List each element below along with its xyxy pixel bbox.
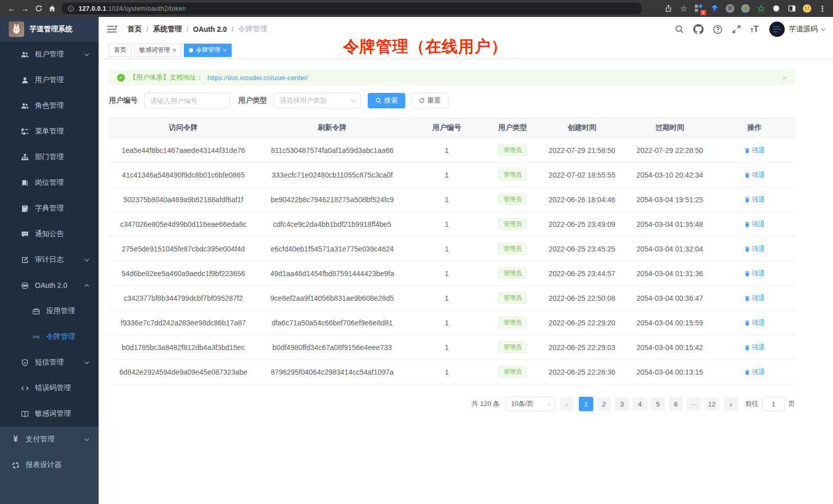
sidebar-item-sms[interactable]: 短信管理 — [0, 350, 99, 375]
sidebar-item-oauth2[interactable]: OAuth 2.0 — [0, 273, 99, 298]
action-cell: 强退 — [714, 360, 795, 384]
extension-record[interactable] — [741, 4, 750, 13]
sidebar-item-error-code[interactable]: 错误码管理 — [0, 375, 99, 401]
created-time-cell: 2022-06-25 23:44:57 — [538, 261, 626, 286]
app-logo-row[interactable]: 芋道管理系统 — [0, 17, 99, 42]
extensions-menu-button[interactable] — [772, 4, 781, 13]
reset-button[interactable]: 重置 — [411, 93, 448, 108]
force-logout-button[interactable]: 强退 — [744, 318, 765, 327]
force-logout-button[interactable]: 强退 — [744, 269, 765, 278]
tab-敏感词管理[interactable]: 敏感词管理× — [134, 44, 181, 57]
help-doc-button[interactable] — [712, 24, 723, 34]
sidebar-item-report-designer[interactable]: 报表设计器 — [0, 452, 99, 478]
goto-page-input[interactable] — [762, 397, 785, 411]
table-row: b0d1785bc3a8482f812db4a3f3bd15ec b0df498… — [109, 335, 795, 360]
url-bar[interactable]: 127.0.0.1:1024/system/oauth2/token — [62, 3, 642, 14]
user-type-select[interactable]: 请选择用户类型 — [274, 93, 361, 108]
user-id-input[interactable] — [144, 93, 230, 108]
search-button[interactable]: 搜索 — [368, 93, 405, 108]
bookmark-star-button[interactable]: ☆ — [679, 4, 688, 13]
breadcrumb-item[interactable]: 系统管理 — [153, 25, 182, 34]
browser-back-button[interactable]: ← — [5, 2, 18, 15]
share-button[interactable] — [664, 4, 673, 13]
sidebar-item-tenant[interactable]: 租户管理 — [0, 42, 99, 67]
alert-close-icon[interactable]: × — [782, 73, 787, 82]
extension-evernote[interactable] — [756, 4, 765, 13]
shield-icon — [21, 358, 29, 367]
sidebar-item-menu[interactable]: 菜单管理 — [0, 119, 99, 144]
page-button-2[interactable]: 2 — [597, 397, 611, 411]
next-page-button[interactable]: › — [724, 397, 738, 411]
page-button-12[interactable]: 12 — [705, 397, 719, 411]
page-button-3[interactable]: 3 — [615, 397, 629, 411]
table-row: 502375b8040a469a9b82188afdf6af1f be90422… — [109, 187, 795, 212]
tab-首页[interactable]: 首页 — [109, 44, 131, 57]
force-logout-button[interactable]: 强退 — [744, 195, 765, 204]
chrome-menu-button[interactable]: ⋮ — [818, 4, 827, 13]
sidebar-item-user[interactable]: 用户管理 — [0, 67, 99, 93]
sidebar-item-pay[interactable]: ¥支付管理 — [0, 427, 99, 452]
user-id-cell: 1 — [407, 286, 487, 311]
tab-令牌管理[interactable]: 令牌管理× — [184, 44, 232, 57]
side-panel-button[interactable] — [787, 4, 796, 13]
chevron-up-icon — [85, 284, 89, 288]
force-logout-button[interactable]: 强退 — [744, 294, 765, 303]
sidebar-item-audit-log[interactable]: 审计日志 — [0, 247, 99, 273]
access-token-cell: f9336e7c7dd242a283ee98dc86b17a87 — [109, 311, 258, 335]
browser-home-button[interactable] — [45, 2, 59, 15]
annotation-title: 令牌管理（在线用户） — [343, 36, 507, 57]
extension-grid-badge[interactable]: 9 — [695, 4, 704, 13]
site-info-icon[interactable] — [67, 5, 74, 12]
page-button-6[interactable]: 6 — [669, 397, 683, 411]
breadcrumb-item[interactable]: OAuth 2.0 — [193, 25, 227, 33]
sidebar-item-dict[interactable]: 字典管理 — [0, 196, 99, 221]
tree-icon — [21, 127, 29, 136]
search-icon — [675, 25, 684, 34]
trash-icon — [744, 197, 750, 203]
oauth-icon — [21, 281, 29, 290]
page-size-select[interactable]: 10条/页 — [506, 397, 555, 411]
large-t-icon: T — [753, 25, 759, 33]
user-id-label: 用户编号 — [109, 96, 138, 105]
profile-avatar-chrome[interactable] — [803, 4, 811, 13]
extension-badge: 9 — [701, 10, 706, 15]
fullscreen-button[interactable] — [731, 24, 742, 34]
user-id-cell: 1 — [407, 237, 487, 261]
force-logout-button[interactable]: 强退 — [744, 343, 765, 352]
force-logout-button[interactable]: 强退 — [744, 367, 765, 377]
github-link[interactable] — [693, 24, 704, 34]
sidebar-item-sensitive-word[interactable]: 敏感词管理 — [0, 401, 99, 427]
action-cell: 强退 — [714, 311, 795, 335]
force-logout-button[interactable]: 强退 — [744, 146, 765, 155]
force-logout-button[interactable]: 强退 — [744, 170, 765, 180]
sidebar-collapse-button[interactable] — [107, 24, 118, 35]
page-button-1[interactable]: 1 — [579, 397, 593, 411]
sidebar-item-oauth2-token[interactable]: 令牌管理 — [0, 324, 99, 350]
browser-reload-button[interactable] — [32, 2, 45, 15]
refresh-icon — [419, 98, 425, 104]
user-menu[interactable]: 芋道源码 — [767, 22, 825, 37]
sidebar-item-notice[interactable]: 通知公告 — [0, 221, 99, 247]
header-search-button[interactable] — [674, 24, 685, 34]
alert-doc-link[interactable]: https://doc.iocoder.cn/user-center/ — [207, 74, 308, 82]
breadcrumb-item[interactable]: 首页 — [127, 25, 142, 34]
refresh-token-cell: be90422b8c7946218275a508bf524fc9 — [258, 187, 407, 212]
sidebar-item-dept[interactable]: 部门管理 — [0, 144, 99, 170]
font-size-button[interactable]: TT — [750, 25, 759, 33]
page-more-button[interactable]: ··· — [687, 397, 701, 411]
sidebar-item-oauth2-app[interactable]: 应用管理 — [0, 298, 99, 324]
extension-command[interactable]: ⌘ — [726, 4, 734, 13]
browser-toolbar: ← → 127.0.0.1:1024/system/oauth2/token ☆… — [0, 0, 833, 17]
tab-close-icon[interactable]: × — [223, 47, 226, 53]
prev-page-button[interactable]: ‹ — [560, 397, 574, 411]
extension-gem[interactable] — [710, 4, 719, 13]
sidebar-item-post[interactable]: 岗位管理 — [0, 170, 99, 196]
force-logout-button[interactable]: 强退 — [744, 220, 765, 229]
page-button-5[interactable]: 5 — [651, 397, 665, 411]
page-button-4[interactable]: 4 — [633, 397, 647, 411]
sidebar-item-role[interactable]: 角色管理 — [0, 93, 99, 119]
book-icon — [21, 410, 29, 418]
tab-close-icon[interactable]: × — [173, 47, 176, 53]
browser-forward-button[interactable]: → — [18, 2, 32, 15]
force-logout-button[interactable]: 强退 — [744, 244, 765, 254]
